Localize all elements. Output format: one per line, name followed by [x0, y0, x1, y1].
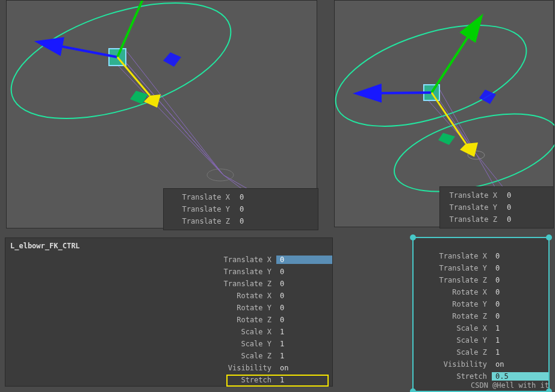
channel-row[interactable]: Visibilityon	[414, 358, 548, 370]
channel-value[interactable]: 0	[276, 256, 332, 264]
channel-label: Scale Z	[5, 352, 276, 360]
channel-row[interactable]: Scale Y1	[414, 334, 548, 346]
hud-label: Translate Y	[440, 203, 503, 212]
svg-line-14	[432, 34, 470, 93]
channel-label: Scale Z	[414, 348, 492, 357]
channel-row[interactable]: Translate Z0	[5, 278, 332, 290]
channel-row[interactable]: Scale Z1	[5, 350, 332, 362]
hud-left: Translate X0 Translate Y0 Translate Z0	[163, 188, 318, 230]
channel-label: Translate Z	[5, 280, 276, 288]
channel-row[interactable]: Scale X1	[5, 326, 332, 338]
channel-box-right[interactable]: Translate X0Translate Y0Translate Z0Rota…	[412, 237, 550, 392]
channel-row[interactable]: Rotate Y0	[414, 298, 548, 310]
channel-value[interactable]: 0	[492, 276, 548, 284]
channel-row[interactable]: Translate Y0	[5, 266, 332, 278]
channel-row[interactable]: Translate Y0	[414, 262, 548, 274]
channel-label: Visibility	[5, 364, 276, 372]
channel-label: Scale Y	[414, 336, 492, 345]
hud-label: Translate X	[440, 191, 503, 200]
svg-line-13	[377, 93, 432, 93]
channel-label: Rotate Y	[414, 300, 492, 308]
channel-row[interactable]: Translate Z0	[414, 274, 548, 286]
channel-value[interactable]: 0	[492, 252, 548, 260]
selection-handle[interactable]	[410, 388, 416, 392]
channel-row[interactable]: Scale Y1	[5, 338, 332, 350]
hud-value: 0	[236, 193, 244, 201]
channel-box-title[interactable]: L_elbowr_FK_CTRL	[5, 238, 332, 254]
hud-value: 0	[503, 191, 511, 200]
channel-label: Stretch	[5, 376, 276, 384]
svg-line-4	[117, 1, 147, 57]
hud-label: Translate Y	[164, 205, 236, 213]
channel-label: Stretch	[414, 372, 492, 381]
channel-value[interactable]: 1	[492, 336, 548, 345]
channel-row[interactable]: Rotate Z0	[5, 314, 332, 326]
channel-row[interactable]: Scale Z1	[414, 346, 548, 358]
svg-marker-7	[163, 52, 181, 67]
channel-value[interactable]: on	[276, 364, 332, 372]
channel-value[interactable]: 0	[492, 264, 548, 272]
svg-marker-17	[479, 90, 496, 104]
channel-label: Scale X	[5, 328, 276, 336]
channel-value[interactable]: 0	[276, 316, 332, 324]
channel-label: Scale X	[414, 324, 492, 332]
channel-value[interactable]: 0	[492, 288, 548, 296]
hud-label: Translate Z	[440, 215, 503, 224]
watermark: CSDN @Hell with it	[471, 381, 549, 390]
svg-marker-16	[460, 142, 478, 157]
channel-value[interactable]: 1	[492, 324, 548, 332]
channel-value[interactable]: 0	[276, 268, 332, 276]
svg-marker-18	[438, 133, 455, 145]
channel-value[interactable]: 0	[492, 312, 548, 320]
channel-value[interactable]: 0	[276, 280, 332, 288]
channel-label: Scale Y	[5, 340, 276, 348]
channel-value[interactable]: 0	[276, 292, 332, 300]
channel-label: Rotate Z	[5, 316, 276, 324]
channel-label: Translate Z	[414, 276, 492, 284]
channel-value[interactable]: 1	[276, 340, 332, 348]
channel-label: Visibility	[414, 360, 492, 369]
channel-row[interactable]: Rotate Z0	[414, 310, 548, 322]
channel-row[interactable]: Rotate X0	[414, 286, 548, 298]
selection-handle[interactable]	[410, 234, 416, 240]
channel-label: Rotate Y	[5, 304, 276, 312]
hud-value: 0	[503, 215, 511, 224]
channel-value[interactable]: 0	[276, 304, 332, 312]
channel-label: Rotate X	[414, 288, 492, 296]
hud-label: Translate Z	[164, 217, 236, 225]
channel-value[interactable]: on	[492, 360, 548, 369]
channel-value[interactable]: 0	[492, 300, 548, 308]
channel-value[interactable]: 1	[276, 352, 332, 360]
hud-value: 0	[503, 203, 511, 212]
channel-row[interactable]: Translate X0	[414, 250, 548, 262]
channel-row[interactable]: Stretch1	[5, 374, 332, 386]
svg-point-9	[335, 5, 539, 146]
channel-label: Translate X	[5, 256, 276, 264]
channel-value[interactable]: 1	[276, 376, 332, 384]
channel-label: Rotate Z	[414, 312, 492, 320]
svg-line-5	[117, 57, 150, 96]
channel-label: Translate X	[414, 252, 492, 260]
channel-box-left[interactable]: L_elbowr_FK_CTRL Translate X0Translate Y…	[5, 237, 333, 387]
channel-label: Rotate X	[5, 292, 276, 300]
channel-value[interactable]: 1	[492, 348, 548, 357]
channel-row[interactable]: Translate X0	[5, 254, 332, 266]
channel-value[interactable]: 1	[276, 328, 332, 336]
channel-label: Translate Y	[5, 268, 276, 276]
hud-value: 0	[236, 205, 244, 213]
svg-point-0	[7, 1, 244, 142]
selection-handle[interactable]	[546, 234, 552, 240]
channel-row[interactable]: Rotate X0	[5, 290, 332, 302]
hud-label: Translate X	[164, 193, 236, 201]
channel-value[interactable]: 0.5	[492, 372, 548, 381]
channel-row[interactable]: Rotate Y0	[5, 302, 332, 314]
channel-row[interactable]: Visibilityon	[5, 362, 332, 374]
hud-right: Translate X0 Translate Y0 Translate Z0	[439, 186, 554, 228]
channel-row[interactable]: Stretch0.5	[414, 370, 548, 382]
hud-value: 0	[236, 217, 244, 225]
channel-row[interactable]: Scale X1	[414, 322, 548, 334]
channel-label: Translate Y	[414, 264, 492, 272]
